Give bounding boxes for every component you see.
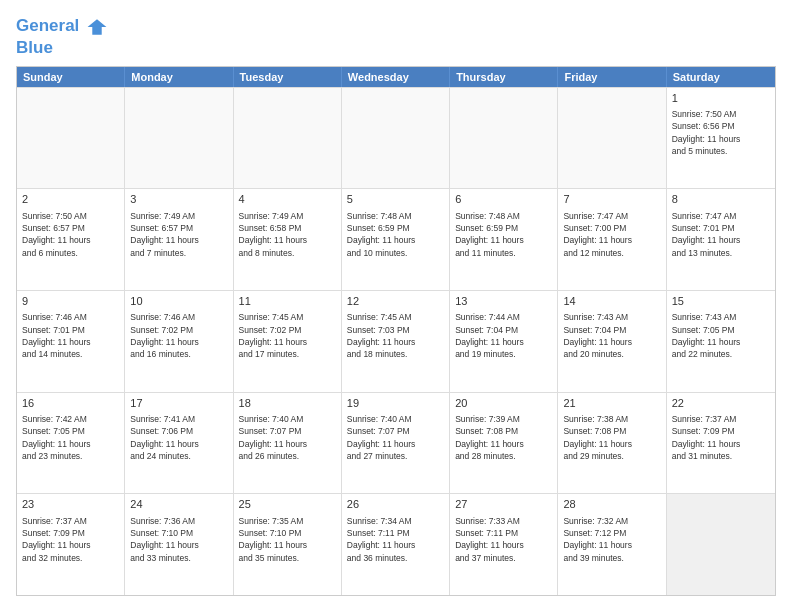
cell-content: Sunrise: 7:38 AM Sunset: 7:08 PM Dayligh…: [563, 413, 660, 462]
header: General Blue: [16, 16, 776, 58]
header-day-tuesday: Tuesday: [234, 67, 342, 87]
cell-content: Sunrise: 7:43 AM Sunset: 7:05 PM Dayligh…: [672, 311, 770, 360]
cal-cell-r0-c2: [234, 88, 342, 189]
cal-cell-r1-c0: 2Sunrise: 7:50 AM Sunset: 6:57 PM Daylig…: [17, 189, 125, 290]
cell-content: Sunrise: 7:33 AM Sunset: 7:11 PM Dayligh…: [455, 515, 552, 564]
cal-cell-r3-c0: 16Sunrise: 7:42 AM Sunset: 7:05 PM Dayli…: [17, 393, 125, 494]
logo: General Blue: [16, 16, 108, 58]
calendar: SundayMondayTuesdayWednesdayThursdayFrid…: [16, 66, 776, 596]
day-number: 12: [347, 294, 444, 309]
header-day-saturday: Saturday: [667, 67, 775, 87]
header-day-monday: Monday: [125, 67, 233, 87]
header-day-friday: Friday: [558, 67, 666, 87]
day-number: 4: [239, 192, 336, 207]
cal-row-1: 2Sunrise: 7:50 AM Sunset: 6:57 PM Daylig…: [17, 188, 775, 290]
day-number: 28: [563, 497, 660, 512]
day-number: 26: [347, 497, 444, 512]
cal-cell-r4-c6: [667, 494, 775, 595]
cal-cell-r0-c4: [450, 88, 558, 189]
header-day-wednesday: Wednesday: [342, 67, 450, 87]
cal-cell-r0-c0: [17, 88, 125, 189]
cal-cell-r4-c5: 28Sunrise: 7:32 AM Sunset: 7:12 PM Dayli…: [558, 494, 666, 595]
cal-cell-r1-c1: 3Sunrise: 7:49 AM Sunset: 6:57 PM Daylig…: [125, 189, 233, 290]
day-number: 2: [22, 192, 119, 207]
cell-content: Sunrise: 7:48 AM Sunset: 6:59 PM Dayligh…: [455, 210, 552, 259]
cal-cell-r3-c4: 20Sunrise: 7:39 AM Sunset: 7:08 PM Dayli…: [450, 393, 558, 494]
day-number: 15: [672, 294, 770, 309]
cell-content: Sunrise: 7:49 AM Sunset: 6:58 PM Dayligh…: [239, 210, 336, 259]
cal-cell-r3-c3: 19Sunrise: 7:40 AM Sunset: 7:07 PM Dayli…: [342, 393, 450, 494]
day-number: 27: [455, 497, 552, 512]
cal-cell-r1-c3: 5Sunrise: 7:48 AM Sunset: 6:59 PM Daylig…: [342, 189, 450, 290]
page: General Blue SundayMondayTuesdayWednesda…: [0, 0, 792, 612]
logo-blue: Blue: [16, 38, 108, 58]
cell-content: Sunrise: 7:45 AM Sunset: 7:03 PM Dayligh…: [347, 311, 444, 360]
cal-cell-r4-c3: 26Sunrise: 7:34 AM Sunset: 7:11 PM Dayli…: [342, 494, 450, 595]
cell-content: Sunrise: 7:37 AM Sunset: 7:09 PM Dayligh…: [22, 515, 119, 564]
cal-cell-r4-c0: 23Sunrise: 7:37 AM Sunset: 7:09 PM Dayli…: [17, 494, 125, 595]
day-number: 5: [347, 192, 444, 207]
cell-content: Sunrise: 7:50 AM Sunset: 6:56 PM Dayligh…: [672, 108, 770, 157]
header-day-sunday: Sunday: [17, 67, 125, 87]
cal-row-2: 9Sunrise: 7:46 AM Sunset: 7:01 PM Daylig…: [17, 290, 775, 392]
day-number: 17: [130, 396, 227, 411]
cell-content: Sunrise: 7:43 AM Sunset: 7:04 PM Dayligh…: [563, 311, 660, 360]
cell-content: Sunrise: 7:40 AM Sunset: 7:07 PM Dayligh…: [347, 413, 444, 462]
cell-content: Sunrise: 7:36 AM Sunset: 7:10 PM Dayligh…: [130, 515, 227, 564]
cell-content: Sunrise: 7:48 AM Sunset: 6:59 PM Dayligh…: [347, 210, 444, 259]
cal-cell-r1-c2: 4Sunrise: 7:49 AM Sunset: 6:58 PM Daylig…: [234, 189, 342, 290]
cell-content: Sunrise: 7:47 AM Sunset: 7:00 PM Dayligh…: [563, 210, 660, 259]
cal-cell-r2-c2: 11Sunrise: 7:45 AM Sunset: 7:02 PM Dayli…: [234, 291, 342, 392]
day-number: 13: [455, 294, 552, 309]
cal-cell-r0-c5: [558, 88, 666, 189]
cal-row-4: 23Sunrise: 7:37 AM Sunset: 7:09 PM Dayli…: [17, 493, 775, 595]
cal-cell-r4-c4: 27Sunrise: 7:33 AM Sunset: 7:11 PM Dayli…: [450, 494, 558, 595]
logo-general: General: [16, 16, 79, 35]
day-number: 23: [22, 497, 119, 512]
day-number: 20: [455, 396, 552, 411]
cell-content: Sunrise: 7:46 AM Sunset: 7:02 PM Dayligh…: [130, 311, 227, 360]
day-number: 8: [672, 192, 770, 207]
day-number: 1: [672, 91, 770, 106]
day-number: 6: [455, 192, 552, 207]
cal-cell-r0-c3: [342, 88, 450, 189]
cal-row-0: 1Sunrise: 7:50 AM Sunset: 6:56 PM Daylig…: [17, 87, 775, 189]
cal-cell-r4-c2: 25Sunrise: 7:35 AM Sunset: 7:10 PM Dayli…: [234, 494, 342, 595]
cal-cell-r2-c5: 14Sunrise: 7:43 AM Sunset: 7:04 PM Dayli…: [558, 291, 666, 392]
day-number: 21: [563, 396, 660, 411]
cal-cell-r3-c1: 17Sunrise: 7:41 AM Sunset: 7:06 PM Dayli…: [125, 393, 233, 494]
cal-cell-r1-c5: 7Sunrise: 7:47 AM Sunset: 7:00 PM Daylig…: [558, 189, 666, 290]
cal-cell-r0-c1: [125, 88, 233, 189]
cell-content: Sunrise: 7:50 AM Sunset: 6:57 PM Dayligh…: [22, 210, 119, 259]
cell-content: Sunrise: 7:41 AM Sunset: 7:06 PM Dayligh…: [130, 413, 227, 462]
day-number: 18: [239, 396, 336, 411]
cell-content: Sunrise: 7:49 AM Sunset: 6:57 PM Dayligh…: [130, 210, 227, 259]
cell-content: Sunrise: 7:47 AM Sunset: 7:01 PM Dayligh…: [672, 210, 770, 259]
svg-marker-0: [88, 19, 107, 35]
calendar-header: SundayMondayTuesdayWednesdayThursdayFrid…: [17, 67, 775, 87]
day-number: 25: [239, 497, 336, 512]
cell-content: Sunrise: 7:39 AM Sunset: 7:08 PM Dayligh…: [455, 413, 552, 462]
cal-cell-r4-c1: 24Sunrise: 7:36 AM Sunset: 7:10 PM Dayli…: [125, 494, 233, 595]
cal-cell-r2-c6: 15Sunrise: 7:43 AM Sunset: 7:05 PM Dayli…: [667, 291, 775, 392]
cal-cell-r1-c6: 8Sunrise: 7:47 AM Sunset: 7:01 PM Daylig…: [667, 189, 775, 290]
cal-cell-r0-c6: 1Sunrise: 7:50 AM Sunset: 6:56 PM Daylig…: [667, 88, 775, 189]
cal-cell-r3-c6: 22Sunrise: 7:37 AM Sunset: 7:09 PM Dayli…: [667, 393, 775, 494]
day-number: 9: [22, 294, 119, 309]
cell-content: Sunrise: 7:42 AM Sunset: 7:05 PM Dayligh…: [22, 413, 119, 462]
cal-cell-r3-c2: 18Sunrise: 7:40 AM Sunset: 7:07 PM Dayli…: [234, 393, 342, 494]
day-number: 22: [672, 396, 770, 411]
day-number: 24: [130, 497, 227, 512]
cell-content: Sunrise: 7:45 AM Sunset: 7:02 PM Dayligh…: [239, 311, 336, 360]
day-number: 14: [563, 294, 660, 309]
logo-bird-icon: [86, 16, 108, 38]
cal-cell-r1-c4: 6Sunrise: 7:48 AM Sunset: 6:59 PM Daylig…: [450, 189, 558, 290]
cell-content: Sunrise: 7:37 AM Sunset: 7:09 PM Dayligh…: [672, 413, 770, 462]
cal-cell-r2-c3: 12Sunrise: 7:45 AM Sunset: 7:03 PM Dayli…: [342, 291, 450, 392]
day-number: 11: [239, 294, 336, 309]
cal-cell-r2-c0: 9Sunrise: 7:46 AM Sunset: 7:01 PM Daylig…: [17, 291, 125, 392]
calendar-body: 1Sunrise: 7:50 AM Sunset: 6:56 PM Daylig…: [17, 87, 775, 595]
cell-content: Sunrise: 7:44 AM Sunset: 7:04 PM Dayligh…: [455, 311, 552, 360]
day-number: 7: [563, 192, 660, 207]
cal-cell-r2-c4: 13Sunrise: 7:44 AM Sunset: 7:04 PM Dayli…: [450, 291, 558, 392]
